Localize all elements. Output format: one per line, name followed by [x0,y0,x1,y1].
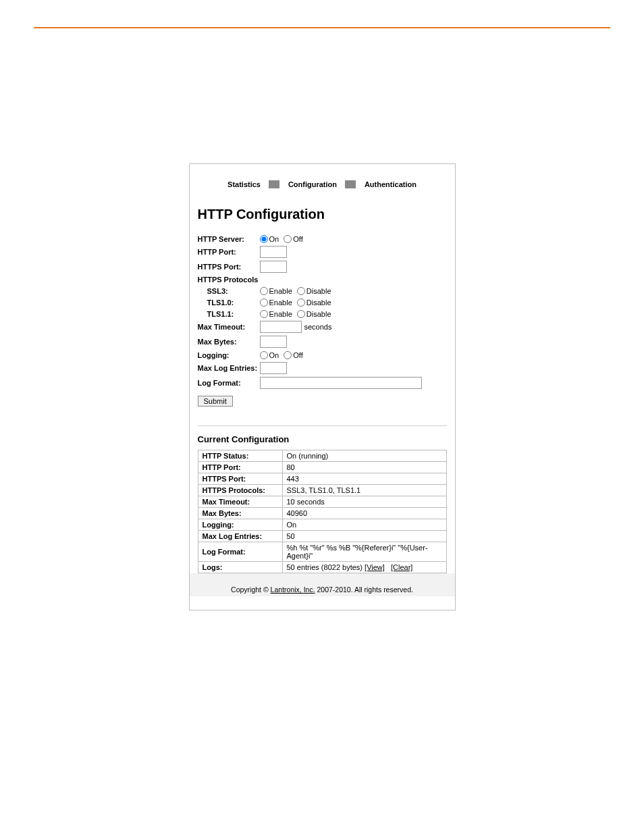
radio-label-enable: Enable [269,310,292,318]
tls10-label: TLS1.0: [198,298,260,307]
cell-key: Max Timeout: [198,496,282,508]
view-link[interactable]: [View] [365,563,385,571]
divider [269,180,279,188]
logging-off-radio[interactable] [284,351,292,359]
ssl3-disable-radio[interactable] [297,287,305,295]
cell-key: HTTPS Protocols: [198,485,282,496]
tls11-label: TLS1.1: [198,310,260,318]
radio-label-on: On [269,235,279,243]
http-port-label: HTTP Port: [198,248,260,256]
cell-value: On (running) [282,450,446,462]
copyright-pre: Copyright © [231,585,271,594]
radio-label-disable: Disable [306,310,331,318]
logging-label: Logging: [198,351,260,359]
table-row: HTTPS Protocols:SSL3, TLS1.0, TLS1.1 [198,485,446,496]
footer: Copyright © Lantronix, Inc. 2007-2010. A… [190,573,455,596]
divider [345,180,356,188]
cell-key: Logs: [198,562,282,573]
radio-label-enable: Enable [269,287,292,295]
table-row: Max Bytes:40960 [198,508,446,519]
cell-key: HTTP Status: [198,450,282,462]
radio-label-disable: Disable [306,287,331,295]
table-row: Max Timeout:10 seconds [198,496,446,508]
max-bytes-input[interactable] [260,336,287,348]
cell-key: Max Log Entries: [198,531,282,542]
table-row: HTTPS Port:443 [198,473,446,485]
cell-value: 50 [282,531,446,542]
top-rule [34,27,610,28]
config-panel: Statistics Configuration Authentication … [189,163,456,610]
current-config-table: HTTP Status:On (running) HTTP Port:80 HT… [198,450,447,573]
cell-value: 443 [282,473,446,485]
tab-authentication[interactable]: Authentication [359,180,422,188]
table-row: Log Format:%h %t "%r" %s %B "%{Referer}i… [198,542,446,562]
clear-link[interactable]: [Clear] [391,563,412,571]
table-row: Logs: 50 entries (8022 bytes) [View] [Cl… [198,562,446,573]
ssl3-enable-radio[interactable] [260,287,268,295]
page-title: HTTP Configuration [198,207,447,222]
table-row: Logging:On [198,519,446,531]
tab-configuration[interactable]: Configuration [283,180,342,188]
cell-key: Max Bytes: [198,508,282,519]
cell-value: 10 seconds [282,496,446,508]
max-log-entries-input[interactable] [260,362,287,374]
radio-label-on: On [269,351,279,359]
http-server-label: HTTP Server: [198,235,260,243]
radio-label-off: Off [293,351,302,359]
lantronix-link[interactable]: Lantronix, Inc. [271,585,315,594]
submit-button[interactable]: Submit [198,396,233,407]
cell-value: On [282,519,446,531]
max-timeout-label: Max Timeout: [198,323,260,331]
max-timeout-input[interactable] [260,321,302,333]
table-row: HTTP Port:80 [198,462,446,473]
cell-key: HTTP Port: [198,462,282,473]
radio-label-enable: Enable [269,298,292,307]
max-bytes-label: Max Bytes: [198,338,260,346]
cell-key: Log Format: [198,542,282,562]
table-row: Max Log Entries:50 [198,531,446,542]
current-config-heading: Current Configuration [198,434,447,444]
tls10-enable-radio[interactable] [260,298,268,307]
cell-key: HTTPS Port: [198,473,282,485]
tls11-enable-radio[interactable] [260,310,268,318]
cell-key: Logging: [198,519,282,531]
https-protocols-label: HTTPS Protocols [198,276,259,284]
cell-value: 80 [282,462,446,473]
radio-label-off: Off [293,235,302,243]
http-server-off-radio[interactable] [284,235,292,243]
radio-label-disable: Disable [306,298,331,307]
cell-value: %h %t "%r" %s %B "%{Referer}i" "%{User-A… [282,542,446,562]
max-log-entries-label: Max Log Entries: [198,364,260,372]
tls10-disable-radio[interactable] [297,298,305,307]
https-port-label: HTTPS Port: [198,263,260,271]
cell-value: 50 entries (8022 bytes) [View] [Clear] [282,562,446,573]
logging-on-radio[interactable] [260,351,268,359]
log-format-input[interactable] [260,377,422,389]
cell-value: SSL3, TLS1.0, TLS1.1 [282,485,446,496]
http-port-input[interactable] [260,246,287,258]
tab-statistics[interactable]: Statistics [222,180,266,188]
copyright-post: 2007-2010. All rights reserved. [315,585,413,594]
ssl3-label: SSL3: [198,287,260,295]
seconds-suffix: seconds [304,323,332,331]
logs-summary: 50 entries (8022 bytes) [287,563,365,571]
table-row: HTTP Status:On (running) [198,450,446,462]
divider-rule [198,425,447,426]
cell-value: 40960 [282,508,446,519]
http-server-on-radio[interactable] [260,235,268,243]
tls11-disable-radio[interactable] [297,310,305,318]
https-port-input[interactable] [260,261,287,273]
log-format-label: Log Format: [198,379,260,387]
tab-bar: Statistics Configuration Authentication [190,164,455,200]
